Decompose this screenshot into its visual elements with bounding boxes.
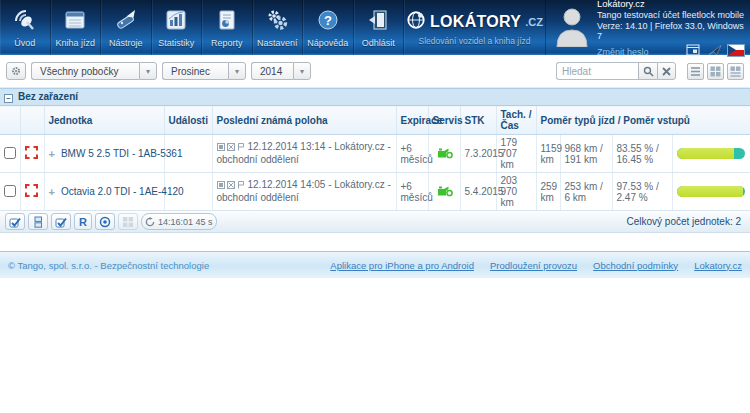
column-header-row: Jednotka Události Poslední známá poloha …	[0, 106, 750, 135]
header-expiration[interactable]: Expirace	[396, 106, 428, 135]
vehicle-link[interactable]: Octavia 2.0 TDI - 1AE-4120	[61, 186, 184, 197]
header-unit[interactable]: Jednotka	[44, 106, 164, 135]
branch-select-value[interactable]: Všechny pobočky	[31, 62, 139, 80]
locate-target-icon[interactable]	[25, 146, 38, 159]
brand-tagline: Sledování vozidel a kniha jízd	[419, 36, 531, 46]
avatar	[554, 5, 590, 51]
nav-item-uvod[interactable]: Úvod	[0, 0, 51, 55]
footer-link-terms[interactable]: Obchodní podmínky	[593, 260, 678, 271]
chevron-down-icon[interactable]: ▾	[293, 62, 311, 80]
globe-icon	[406, 10, 426, 34]
chevron-down-icon[interactable]: ▾	[228, 62, 246, 80]
top-navigation-bar: Úvod Kniha jízd Nástroje Statistiky Repo…	[0, 0, 750, 55]
ratio-pct-cell: 83.55 % / 16.45 %	[612, 135, 672, 173]
stk-cell: 7.3.2015	[460, 135, 496, 173]
total-units-label: Celkový počet jednotek: 2	[626, 216, 745, 227]
select-all-button[interactable]	[5, 213, 25, 230]
watch-button[interactable]	[95, 213, 115, 230]
user-account-name: Lokátory.cz	[597, 0, 744, 9]
year-select-value[interactable]: 2014	[251, 62, 293, 80]
report-button[interactable]: R	[74, 213, 92, 230]
branch-select: Všechny pobočky ▾	[31, 62, 157, 80]
expand-icon[interactable]: +	[49, 186, 55, 198]
nav-item-napoveda[interactable]: ? Nápověda	[303, 0, 354, 55]
group-header-row: −Bez zařazení	[0, 89, 750, 106]
ratio-progress-bar	[677, 186, 745, 197]
refresh-timer-button[interactable]: 14:16:01 45 s	[141, 213, 217, 230]
expiration-cell: +6 měsíců	[396, 135, 428, 173]
nav-label: Reporty	[211, 38, 243, 48]
grid-list-view-icon[interactable]	[727, 63, 744, 80]
month-select-value[interactable]: Prosinec	[162, 62, 228, 80]
nav-label: Úvod	[14, 38, 35, 48]
brand-name: LOKÁTORY	[430, 13, 521, 31]
address-icon[interactable]	[237, 142, 245, 154]
header-events[interactable]: Události	[164, 106, 212, 135]
route-icon[interactable]	[227, 142, 235, 154]
position-cell: 12.12.2014 14:05 - Lokátory.cz - obchodn…	[212, 173, 396, 211]
footer-links: Aplikace pro iPhone a pro Android Prodlo…	[330, 260, 742, 271]
filter-bar: Všechny pobočky ▾ Prosinec ▾ 2014 ▾	[0, 55, 750, 88]
grid-view-icon[interactable]	[707, 63, 724, 80]
ratio-progress-fill	[677, 148, 734, 159]
list-view-icon[interactable]	[687, 63, 704, 80]
locate-target-icon[interactable]	[25, 184, 38, 197]
search-input[interactable]	[556, 62, 638, 80]
row-checkbox[interactable]	[4, 185, 16, 197]
nav-label: Kniha jízd	[56, 38, 96, 48]
vehicle-link[interactable]: BMW 5 2.5 TDI - 1AB-5361	[61, 148, 183, 159]
tacho-cell: 179 707 km	[496, 135, 536, 173]
address-icon[interactable]	[237, 180, 245, 192]
header-target-col	[20, 106, 44, 135]
stack-view-button[interactable]	[28, 213, 48, 230]
footer: © Tango, spol. s.r.o. - Bezpečnostní tec…	[0, 251, 750, 278]
oil-can-icon[interactable]	[436, 188, 453, 199]
nav-item-nastaveni[interactable]: Nastavení	[253, 0, 304, 55]
select-invert-button[interactable]	[51, 213, 71, 230]
header-ratio[interactable]: Poměr typů jízd / Poměr vstupů	[536, 106, 750, 135]
user-panel: Lokátory.cz Tango testovací účet fleetlo…	[546, 0, 750, 55]
tools-icon	[113, 7, 139, 37]
header-stk[interactable]: STK	[460, 106, 496, 135]
footer-link-apps[interactable]: Aplikace pro iPhone a pro Android	[330, 260, 474, 271]
ratio-progress-fill	[677, 186, 743, 197]
header-tacho[interactable]: Tach. / Čas	[496, 106, 536, 135]
header-last-position[interactable]: Poslední známá poloha	[212, 106, 396, 135]
nav-item-kniha-jizd[interactable]: Kniha jízd	[51, 0, 102, 55]
map-icon[interactable]	[217, 142, 225, 154]
route-icon[interactable]	[227, 180, 235, 192]
nav-item-reporty[interactable]: Reporty	[202, 0, 253, 55]
header-service[interactable]: Servis	[428, 106, 460, 135]
nav-item-nastroje[interactable]: Nástroje	[101, 0, 152, 55]
month-select: Prosinec ▾	[162, 62, 246, 80]
user-version-info: Verze: 14.10 | Firefox 33.0, Windows 7	[597, 21, 744, 41]
grid-button-disabled	[118, 213, 138, 230]
year-select: 2014 ▾	[251, 62, 311, 80]
map-icon[interactable]	[217, 180, 225, 192]
footer-link-renewal[interactable]: Prodloužení provozu	[490, 260, 577, 271]
logbook-icon	[62, 7, 88, 37]
nav-label: Odhlásit	[362, 38, 395, 48]
clear-search-icon[interactable]	[657, 62, 676, 80]
collapse-group-icon[interactable]: −	[4, 94, 13, 103]
search-icon[interactable]	[638, 62, 657, 80]
refresh-icon	[145, 213, 155, 231]
brand-logo[interactable]: LOKÁTORY.CZ Sledování vozidel a kniha jí…	[404, 0, 546, 55]
send-plane-icon[interactable]	[706, 43, 724, 57]
change-password-link[interactable]: Změnit heslo	[597, 47, 649, 57]
ratio-progress-bar	[677, 148, 745, 159]
window-mode-icon[interactable]	[684, 43, 702, 57]
chevron-down-icon[interactable]: ▾	[139, 62, 157, 80]
czech-flag-icon[interactable]	[728, 45, 744, 56]
nav-label: Nastavení	[257, 38, 298, 48]
oil-can-icon[interactable]	[436, 150, 453, 161]
nav-item-statistiky[interactable]: Statistiky	[152, 0, 203, 55]
table-toolbar: R 14:16:01 45 s Celkový počet jednotek: …	[0, 211, 750, 233]
user-account-description: Tango testovací účet fleetlock mobile	[597, 10, 744, 20]
expand-icon[interactable]: +	[49, 148, 55, 160]
filter-settings-button[interactable]	[6, 62, 26, 80]
row-checkbox[interactable]	[4, 147, 16, 159]
view-toggle-group	[687, 63, 744, 80]
nav-item-odhlasit[interactable]: Odhlásit	[354, 0, 405, 55]
footer-link-lokatory[interactable]: Lokatory.cz	[694, 260, 742, 271]
